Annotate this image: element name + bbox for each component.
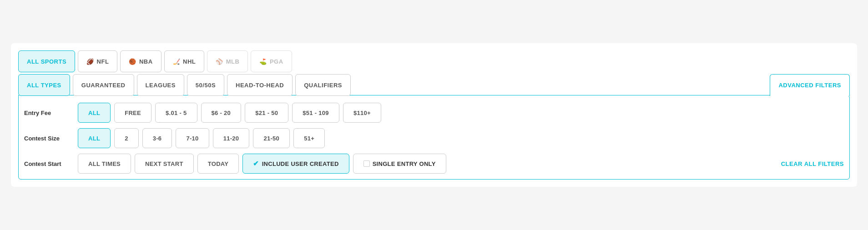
type-head-to-head-button[interactable]: HEAD-TO-HEAD	[227, 74, 293, 96]
start-all-times-button[interactable]: ALL TIMES	[78, 154, 131, 174]
type-50-50s-button[interactable]: 50/50s	[187, 74, 224, 96]
mlb-icon: ⚾	[216, 58, 223, 65]
fee-51-109-button[interactable]: $51 - 109	[292, 103, 339, 123]
type-guaranteed-button[interactable]: GUARANTEED	[73, 74, 134, 96]
size-3-6-button[interactable]: 3-6	[142, 128, 172, 148]
contest-start-label: Contest Start	[24, 160, 74, 167]
pga-icon: ⛳	[259, 58, 267, 65]
include-user-created-label: INCLUDE USER CREATED	[262, 160, 339, 167]
start-next-button[interactable]: NEXT START	[135, 154, 194, 174]
entry-fee-row: Entry Fee ALL FREE $.01 - 5 $6 - 20 $21 …	[24, 103, 844, 123]
include-user-created-button[interactable]: ✔ INCLUDE USER CREATED	[242, 154, 349, 174]
single-entry-only-checkbox	[363, 160, 370, 167]
start-today-button[interactable]: TODAY	[197, 154, 239, 174]
advanced-filters-button[interactable]: ADVANCED FILTERS	[770, 74, 850, 96]
nfl-icon: 🏈	[86, 58, 94, 65]
size-21-50-button[interactable]: 21-50	[253, 128, 290, 148]
size-11-20-button[interactable]: 11-20	[213, 128, 250, 148]
contest-size-label: Contest Size	[24, 135, 74, 142]
sport-nba-button[interactable]: 🏀 NBA	[120, 50, 161, 72]
size-51plus-button[interactable]: 51+	[293, 128, 325, 148]
fee-6-20-button[interactable]: $6 - 20	[201, 103, 242, 123]
sport-pga-button[interactable]: ⛳ PGA	[251, 50, 292, 72]
sport-mlb-button[interactable]: ⚾ MLB	[207, 50, 248, 72]
fee-21-50-button[interactable]: $21 - 50	[245, 103, 288, 123]
clear-all-filters-link[interactable]: CLEAR ALL FILTERS	[781, 160, 844, 167]
advanced-filters-panel: Entry Fee ALL FREE $.01 - 5 $6 - 20 $21 …	[18, 95, 850, 180]
type-all-types-button[interactable]: ALL TYPES	[18, 74, 70, 96]
sport-all-sports-button[interactable]: ALL SPORTS	[18, 50, 75, 72]
include-user-created-checkmark: ✔	[253, 160, 259, 168]
single-entry-only-button[interactable]: SINGLE ENTRY ONLY	[353, 154, 446, 174]
fee-1-5-button[interactable]: $.01 - 5	[155, 103, 197, 123]
size-2-button[interactable]: 2	[114, 128, 139, 148]
fee-free-button[interactable]: FREE	[114, 103, 151, 123]
type-leagues-button[interactable]: LEAGUES	[137, 74, 184, 96]
sport-nfl-button[interactable]: 🏈 NFL	[78, 50, 117, 72]
entry-fee-label: Entry Fee	[24, 110, 74, 116]
size-7-10-button[interactable]: 7-10	[176, 128, 209, 148]
contest-start-row: Contest Start ALL TIMES NEXT START TODAY…	[24, 154, 844, 174]
sport-nhl-button[interactable]: 🏒 NHL	[164, 50, 205, 72]
sports-row: ALL SPORTS 🏈 NFL 🏀 NBA 🏒 NHL ⚾ MLB ⛳ PGA	[18, 50, 850, 72]
size-all-button[interactable]: ALL	[78, 128, 111, 148]
nba-icon: 🏀	[129, 58, 136, 65]
contest-size-row: Contest Size ALL 2 3-6 7-10 11-20 21-50 …	[24, 128, 844, 148]
fee-110plus-button[interactable]: $110+	[343, 103, 381, 123]
type-qualifiers-button[interactable]: QUALIFIERS	[295, 74, 351, 96]
single-entry-only-label: SINGLE ENTRY ONLY	[373, 160, 436, 167]
nhl-icon: 🏒	[173, 58, 181, 65]
fee-all-button[interactable]: ALL	[78, 103, 111, 123]
main-container: ALL SPORTS 🏈 NFL 🏀 NBA 🏒 NHL ⚾ MLB ⛳ PGA…	[11, 43, 857, 187]
